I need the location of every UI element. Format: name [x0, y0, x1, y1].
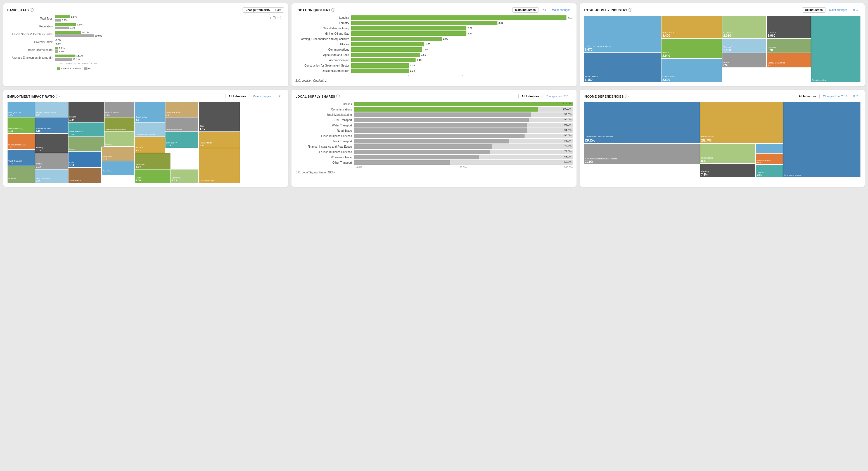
emp-cell-truck-transport[interactable]: Truck Transport 1.22	[7, 150, 35, 166]
treemap-cell-education[interactable]: Education 2,020	[722, 16, 767, 38]
income-cell-mining-income[interactable]: Mining, Oil and Gas 4.8%	[755, 153, 783, 165]
emp-cell-water-transport[interactable]: Water Transport 1.24	[68, 122, 104, 137]
minus-icon[interactable]: −	[277, 16, 279, 20]
emp-cell-other-construction[interactable]: Other Construction 1.87	[35, 169, 68, 183]
emp-cell-logging[interactable]: Logging 1.24	[68, 102, 104, 122]
emp-cell-food-processing[interactable]: Food Processing 1.43	[7, 117, 35, 134]
treemap-cell-lotech[interactable]: LoTech Business Services 6,670	[584, 16, 661, 52]
lq-row-accommodation: Accommodation 1.43	[296, 58, 572, 62]
treemap-cell-retail-trade[interactable]: Retail Trade 3,400	[661, 16, 722, 38]
income-cell-tourism-income[interactable]: Tourism 1.8%	[755, 165, 783, 177]
tab-data[interactable]: Data	[273, 7, 284, 12]
emp-cell-retail-trade-emp[interactable]: Retail Trade 1.11	[101, 147, 135, 161]
tab-all-industries-emp[interactable]: All Industries	[226, 94, 249, 99]
stat-row-total-jobs: Total Jobs 5.5% 2.2%	[7, 16, 284, 22]
treemap-cell-logging[interactable]: Logging 870	[767, 38, 811, 53]
emp-cell-construction-emp[interactable]: Construction 1.2	[135, 102, 165, 122]
emp-cell-hitech[interactable]: HiTech Business Services	[135, 122, 165, 137]
income-cell-other-right[interactable]: Other income sources	[783, 102, 861, 177]
emp-info-icon[interactable]: i	[56, 94, 60, 98]
add-icon[interactable]: ⊞	[273, 16, 276, 20]
emp-cell-forests[interactable]: Forests	[68, 137, 104, 151]
treemap-cell-utilities-jobs[interactable]: Utilities 260	[722, 53, 767, 68]
emp-cell-health-emp[interactable]: Health 1.08	[135, 169, 171, 183]
tab-all-lq[interactable]: All	[540, 7, 548, 12]
income-cell-public-sector[interactable]: Public Sector 18.7%	[700, 102, 783, 144]
employment-impact-panel: EMPLOYMENT IMPACT RATIO i All Industries…	[3, 90, 288, 187]
lq-title: LOCATION QUOTIENT	[296, 8, 330, 12]
emp-cell-utilities-emp[interactable]: Utilities 1.14	[35, 153, 68, 169]
treemap-cell-misc-jobs[interactable]: Other industries	[811, 16, 861, 83]
emp-cell-forestry-emp[interactable]: Forestry 1.26	[35, 134, 68, 153]
emp-cell-farming-emp[interactable]: Farming	[104, 132, 135, 146]
emp-cell-other[interactable]: Other 1.17	[198, 102, 240, 132]
tab-all-industries-jobs[interactable]: All Industries	[802, 7, 826, 12]
income-cell-gov-transfer[interactable]: Government transfer income 29.2%	[584, 102, 700, 144]
tab-main-industries[interactable]: Main Industries	[513, 7, 538, 12]
axis-labels: 0.0% 20.0% 40.0% 60.0% 80.0%	[7, 62, 284, 65]
income-dep-info-icon[interactable]: i	[625, 94, 628, 98]
emp-cell-accomm[interactable]: Accommodation	[68, 168, 101, 183]
basic-stats-info-icon[interactable]: i	[30, 8, 34, 12]
total-jobs-treemap: LoTech Business Services 6,670 Public Se…	[584, 16, 861, 83]
income-cell-non-employment[interactable]: Non-employment market income 20.9%	[584, 144, 700, 165]
lss-header: LOCAL SUPPLY SHARES i All Industries Cha…	[296, 94, 572, 99]
expand-icon[interactable]: ⛶	[280, 16, 284, 20]
tab-all-industries-income[interactable]: All Industries	[796, 94, 819, 99]
lss-info-icon[interactable]: i	[336, 94, 340, 98]
stat-label-basic-income: Basic income share	[7, 49, 55, 52]
total-jobs-info-icon[interactable]: i	[628, 8, 632, 12]
legend-gray-label: B.C.	[88, 67, 93, 70]
tab-change-from-2016[interactable]: Change from 2016	[243, 7, 273, 12]
tab-changes-income[interactable]: Changes from 2016	[821, 94, 850, 99]
income-cell-other-basic[interactable]: Other Basic 8%	[700, 144, 755, 164]
stat-label-vulnerability: Forest Sector Vulnerability Index	[7, 33, 55, 36]
emp-cell-other-basic-emp[interactable]: Other Basic 1.14	[135, 153, 171, 169]
tab-bc-income[interactable]: B.C.	[851, 94, 861, 99]
tab-major-jobs[interactable]: Major changes	[827, 7, 850, 12]
emp-cell-film[interactable]: Film and TV 1.12	[165, 132, 198, 148]
lss-row-communications: Communications 100.0%	[296, 107, 572, 112]
emp-cell-food-bev[interactable]: Food and beverage	[198, 148, 240, 183]
tab-bc-emp[interactable]: B.C.	[274, 94, 284, 99]
lq-header: LOCATION QUOTIENT i Main Industries All …	[296, 7, 572, 12]
tab-all-industries-lss[interactable]: All Industries	[519, 94, 542, 99]
legend-central-kootenay: Central Kootenay	[57, 67, 81, 70]
income-cell-forestry-income[interactable]: Forestry 7.5%	[700, 164, 755, 177]
tab-major-emp[interactable]: Major changes	[250, 94, 273, 99]
emp-cell-local-gov[interactable]: Local Government 1.28	[35, 117, 68, 134]
emp-cell-mining[interactable]: Mining, Oil and Gas 1.22	[7, 134, 35, 150]
treemap-cell-forestry[interactable]: Forestry 1,960	[767, 16, 811, 38]
emp-cell-retail-emp[interactable]: Retail 1.14	[68, 151, 101, 168]
legend-green-swatch	[57, 67, 60, 70]
emp-cell-small-mfg-2[interactable]: Small Mfg 1.21	[7, 166, 35, 183]
emp-cell-small-mfg[interactable]: Small Manufacturing	[165, 117, 198, 132]
lq-row-residential: Residential Structures 1.28	[296, 68, 572, 73]
income-dep-header: INCOME DEPENDENCIES i All Industries Cha…	[584, 94, 861, 99]
emp-cell-tourism-emp[interactable]: Tourism 1.12	[135, 137, 165, 153]
lss-row-truck: Truck Transport 85.0%	[296, 139, 572, 144]
lq-row-agriculture: Agriculture and Food 1.55	[296, 53, 572, 57]
emp-cell-transport-emp[interactable]: Transportation 1.14	[198, 132, 240, 148]
income-dep-panel: INCOME DEPENDENCIES i All Industries Cha…	[580, 90, 865, 187]
tab-bc-jobs[interactable]: B.C.	[851, 7, 861, 12]
tab-changes-lss[interactable]: Changes from 2016	[544, 94, 572, 99]
emp-cell-wholesale[interactable]: Wholesale Trade 1.2	[165, 102, 198, 117]
treemap-cell-tourism[interactable]: Tourism* 1,000	[722, 38, 767, 53]
treemap-cell-construction[interactable]: Construction 2,820	[661, 58, 722, 83]
lq-row-utilities: Utilities 1.63	[296, 42, 572, 47]
lq-info-icon[interactable]: i	[332, 8, 335, 12]
emp-cell-aboriginal[interactable]: Aboriginal Gov 1.31	[7, 102, 35, 117]
emp-cell-other-transport[interactable]: Other Transport 1.21	[104, 102, 135, 117]
emp-cell-public-sector-emp[interactable]: Public Sector 1.1	[101, 161, 135, 176]
treemap-cell-health[interactable]: Health 2,940	[661, 38, 722, 58]
total-jobs-header: TOTAL JOBS BY INDUSTRY i All Industries …	[584, 7, 861, 12]
tab-major-lq[interactable]: Major changes	[550, 7, 572, 12]
treemap-cell-other-jobs[interactable]: Mining, Oil and Gas 603	[767, 53, 811, 68]
stat-row-population: Population 7.6% 5.0%	[7, 23, 284, 29]
emp-cell-provincial[interactable]: Provincial Government 1.44	[35, 102, 68, 117]
zoom-in-icon[interactable]: +	[269, 16, 271, 20]
lq-row-construction-gov: Construction for Government Sector 1.28	[296, 63, 572, 68]
treemap-cell-public-sector[interactable]: Public Sector 6,150	[584, 52, 661, 83]
emp-cell-taxation[interactable]: Taxation and entertainment	[104, 117, 135, 132]
